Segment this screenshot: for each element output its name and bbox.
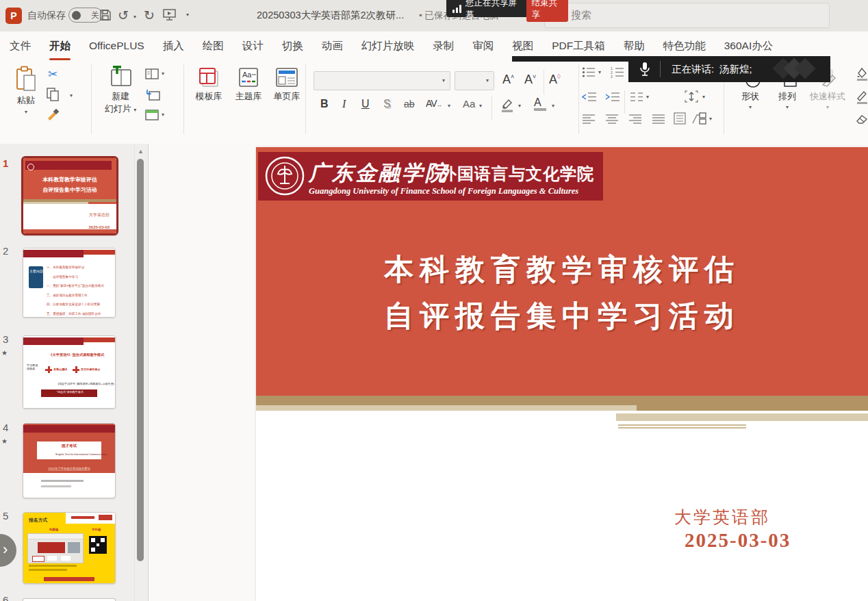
tab-draw[interactable]: 绘图: [201, 38, 225, 55]
undo-dropdown-icon[interactable]: ▾: [133, 14, 136, 20]
clear-formatting-button[interactable]: A◊: [549, 73, 561, 86]
increase-indent-button[interactable]: [605, 92, 620, 105]
tab-file[interactable]: 文件: [8, 38, 32, 55]
smartart-dropdown-icon[interactable]: ▾: [709, 116, 712, 122]
slide-date[interactable]: 2025-03-03: [685, 529, 791, 552]
line-spacing-dropdown-icon[interactable]: ▾: [646, 94, 649, 100]
slide-canvas[interactable]: 广东金融学院 外国语言与文化学院 Guangdong University of…: [256, 147, 868, 601]
scroll-up-arrow-icon[interactable]: ▲: [138, 148, 144, 155]
change-case-dropdown-icon[interactable]: ▾: [479, 103, 482, 109]
autosave-toggle[interactable]: 关: [68, 8, 103, 23]
justify-button[interactable]: [652, 114, 665, 127]
text-direction-button[interactable]: [685, 90, 698, 105]
tab-view[interactable]: 视图: [511, 38, 535, 55]
slide-title-line2[interactable]: 自评报告集中学习活动: [256, 296, 868, 336]
tab-transitions[interactable]: 切换: [281, 38, 305, 55]
text-shadow-button[interactable]: S: [383, 99, 391, 110]
quick-access-dropdown-icon[interactable]: ▾: [186, 12, 189, 18]
copy-dropdown-icon[interactable]: ▾: [70, 93, 73, 99]
shape-outline-button[interactable]: [856, 90, 868, 107]
shape-fill-button[interactable]: [856, 67, 868, 84]
start-slideshow-button[interactable]: [163, 9, 176, 23]
columns-icon: [674, 112, 686, 125]
copy-button[interactable]: [47, 88, 59, 104]
single-page-library-button[interactable]: 单页库: [268, 67, 305, 103]
bullets-dropdown-icon[interactable]: ▾: [598, 70, 601, 75]
save-button[interactable]: [99, 8, 112, 25]
align-center-button[interactable]: [605, 114, 619, 127]
theme-library-button[interactable]: Aa 主题库: [230, 67, 267, 103]
thumb5-pc-label: 电脑端: [49, 528, 58, 532]
tab-insert[interactable]: 插入: [162, 38, 186, 55]
reset-slide-button[interactable]: [146, 89, 160, 104]
shrink-font-button[interactable]: A˅: [524, 73, 536, 86]
slide-thumbnail-5[interactable]: 报名方式 电脑端 手机端: [23, 512, 116, 584]
slide-thumbnail-3[interactable]: 《大学英语4》混合式课程教学模式 学习通成绩构成 直播点精讲 学生的课堂展示 (…: [23, 335, 116, 409]
format-painter-button[interactable]: [47, 108, 60, 125]
slide-thumbnail-2[interactable]: 主要内容 一、本科教育教学审核评估 自评报告集中学习 二、用好“慕课+教学平台”…: [23, 248, 116, 318]
decrease-indent-button[interactable]: [582, 92, 597, 105]
tab-360ai[interactable]: 360AI办公: [723, 38, 775, 55]
font-color-dropdown-icon[interactable]: ▾: [552, 103, 554, 109]
undo-button[interactable]: ↺: [118, 8, 129, 23]
thumb1-banner: [25, 161, 112, 170]
paste-dropdown-icon: ▾: [11, 110, 41, 115]
font-name-select[interactable]: ▾: [314, 71, 450, 90]
university-seal-icon: [265, 156, 305, 196]
character-spacing-dropdown-icon[interactable]: ▾: [448, 103, 450, 109]
tab-special-features[interactable]: 特色功能: [662, 38, 707, 55]
columns-button[interactable]: [674, 112, 686, 127]
tab-review[interactable]: 审阅: [471, 38, 495, 55]
panel-collapse-handle[interactable]: ›: [0, 534, 16, 567]
text-direction-dropdown-icon[interactable]: ▾: [702, 94, 705, 100]
redo-button[interactable]: ↻: [144, 8, 155, 23]
thumb3-mid1: 直播点精讲: [53, 368, 67, 371]
font-size-select[interactable]: ▾: [455, 71, 494, 90]
section-button[interactable]: ▾: [145, 110, 164, 120]
cut-button[interactable]: ✂: [48, 67, 58, 81]
numbering-button[interactable]: 123: [611, 66, 624, 81]
align-left-button[interactable]: [582, 114, 596, 127]
slide-layout-button[interactable]: ▾: [145, 68, 164, 79]
university-banner[interactable]: 广东金融学院 外国语言与文化学院 Guangdong University of…: [258, 152, 603, 201]
slide-department[interactable]: 大学英语部: [674, 506, 770, 528]
strikethrough-button[interactable]: ab: [404, 99, 415, 109]
new-slide-button[interactable]: 新建 幻灯片 ▾: [100, 66, 141, 115]
align-right-button[interactable]: [628, 114, 642, 127]
grow-font-button[interactable]: A˄: [502, 73, 514, 86]
tab-design[interactable]: 设计: [241, 38, 265, 55]
thumb3-band: “混合式”课程教学模式: [57, 390, 82, 394]
tab-home[interactable]: 开始: [48, 38, 72, 55]
bold-button[interactable]: B: [320, 99, 329, 110]
character-spacing-button[interactable]: AV↔: [426, 99, 442, 108]
slide-thumbnail-4[interactable]: 国才考试 English Test for International Comm…: [23, 423, 116, 498]
bullet-list-icon: [582, 66, 596, 78]
thumbnail-scrollbar: ▲: [134, 144, 147, 601]
bullets-button[interactable]: [582, 66, 596, 81]
slide-title-line1[interactable]: 本科教育教学审核评估: [256, 250, 868, 290]
end-share-button[interactable]: 结束共享: [526, 0, 568, 22]
tab-slideshow[interactable]: 幻灯片放映: [360, 38, 416, 55]
document-title: 20250303大学英语部第2次教研...: [257, 9, 404, 22]
scrollbar-thumb[interactable]: [137, 159, 144, 561]
tab-help[interactable]: 帮助: [622, 38, 646, 55]
change-case-button[interactable]: Aa: [463, 99, 475, 109]
slide-thumbnail-6[interactable]: [23, 598, 116, 601]
template-library-button[interactable]: 模板库: [190, 67, 227, 103]
paste-button[interactable]: 粘贴 ▾: [11, 66, 41, 115]
new-slide-label-1: 新建: [100, 90, 141, 103]
font-color-button[interactable]: A: [534, 97, 546, 111]
italic-button[interactable]: I: [342, 99, 346, 110]
tab-officeplus[interactable]: OfficePLUS: [88, 38, 146, 53]
search-box[interactable]: 搜索: [544, 3, 830, 28]
highlight-color-button[interactable]: [500, 97, 515, 115]
tab-animations[interactable]: 动画: [320, 38, 344, 55]
smartart-button[interactable]: [691, 112, 706, 127]
highlight-dropdown-icon[interactable]: ▾: [518, 103, 521, 109]
underline-button[interactable]: U: [361, 99, 370, 110]
tab-pdf-toolbox[interactable]: PDF工具箱: [550, 38, 607, 55]
slide-thumbnail-1[interactable]: 本科教育教学审核评估 自评报告集中学习活动 大学英语部 2025-03-03: [21, 156, 118, 235]
eraser-button[interactable]: [856, 114, 868, 127]
tab-record[interactable]: 录制: [431, 38, 455, 55]
line-spacing-button[interactable]: [630, 92, 643, 105]
